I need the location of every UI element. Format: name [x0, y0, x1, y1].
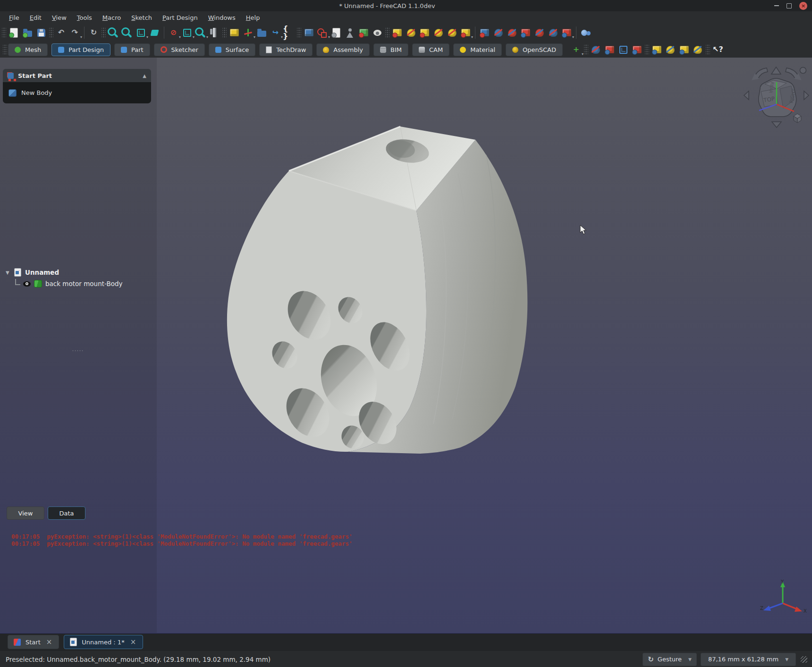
visibility-eye-icon[interactable]	[23, 281, 31, 287]
model-back-motor-mount[interactable]	[222, 122, 531, 457]
clipping-plane-icon[interactable]: ⊘▾	[167, 26, 180, 39]
boolean-xor-icon[interactable]	[692, 43, 704, 56]
navigation-cube[interactable]: TOP REAR RIGHT	[742, 64, 811, 130]
workbench-tab-openscad[interactable]: OpenSCAD	[506, 43, 563, 56]
collapse-caret-icon[interactable]: ▲	[143, 73, 146, 78]
menu-part-design[interactable]: Part Design	[157, 13, 203, 23]
workbench-tab-label: TechDraw	[276, 46, 306, 53]
close-tab-icon[interactable]: ×	[129, 639, 137, 646]
close-tab-icon[interactable]: ×	[45, 639, 53, 646]
open-document-icon[interactable]	[21, 26, 34, 39]
navigation-style-button[interactable]: ↻ Gesture ▼	[643, 653, 697, 666]
additive-loft-icon[interactable]	[418, 26, 431, 39]
boolean-cut-icon[interactable]	[664, 43, 677, 56]
workbench-tab-cam[interactable]: CAM	[412, 43, 449, 56]
additive-helix-icon[interactable]	[446, 26, 458, 39]
save-document-icon[interactable]	[35, 26, 48, 39]
3d-viewport[interactable]: TOP REAR RIGHT Start Part ▲ Ne	[0, 58, 812, 633]
subtractive-primitive-icon[interactable]: ▾	[560, 26, 573, 39]
document-tab-unnamed-1[interactable]: Unnamed : 1*×	[64, 635, 143, 649]
menu-macro[interactable]: Macro	[97, 13, 126, 23]
hole-icon[interactable]	[492, 26, 505, 39]
datum-surface-icon[interactable]	[357, 26, 370, 39]
macro-braces-icon[interactable]: { }	[283, 26, 296, 39]
additive-pipe-icon[interactable]	[432, 26, 445, 39]
partdesign-workbench-icon	[58, 47, 64, 53]
workbench-tab-part-design[interactable]: Part Design	[51, 43, 110, 56]
minimize-icon[interactable]	[774, 5, 779, 6]
pocket-icon[interactable]	[478, 26, 491, 39]
new-body-button[interactable]: New Body	[21, 89, 52, 96]
pad-icon[interactable]	[391, 26, 404, 39]
draw-style-icon[interactable]: ▾	[135, 26, 147, 39]
tree-row-body[interactable]: back motor mount-Body	[5, 278, 156, 289]
new-document-icon[interactable]	[8, 26, 20, 39]
create-body-icon[interactable]	[303, 26, 315, 39]
validate-sketch-icon[interactable]	[330, 26, 343, 39]
fillet-icon[interactable]	[590, 43, 602, 56]
toolbar-grip	[222, 27, 227, 38]
workbench-tab-sketcher[interactable]: Sketcher	[154, 43, 205, 56]
rotate-view-icon[interactable]: ▾	[195, 26, 207, 39]
panel-splitter-handle[interactable]	[72, 350, 84, 352]
workbench-tab-part[interactable]: Part	[114, 43, 150, 56]
revolution-icon[interactable]	[405, 26, 417, 39]
menu-windows[interactable]: Windows	[203, 13, 241, 23]
menu-view[interactable]: View	[47, 13, 72, 23]
workbench-tab-bim[interactable]: BIM	[373, 43, 408, 56]
fit-all-icon[interactable]	[107, 26, 120, 39]
tab-view[interactable]: View	[7, 507, 44, 520]
workbench-tab-techdraw[interactable]: TechDraw	[259, 43, 313, 56]
view-dimensions-button[interactable]: 87,16 mm x 61,28 mm ▼	[701, 653, 796, 666]
expander-caret-icon[interactable]: ▼	[6, 270, 12, 275]
undo-icon[interactable]: ↶	[55, 26, 68, 39]
subtractive-loft-icon[interactable]	[533, 26, 546, 39]
view-cube-icon[interactable]: ▾	[181, 26, 194, 39]
toolbar-grip	[3, 44, 7, 55]
subtractive-pipe-icon[interactable]	[519, 26, 532, 39]
group-folder-icon[interactable]	[255, 26, 268, 39]
techdraw-workbench-icon	[266, 46, 272, 53]
tree-row-document[interactable]: ▼ Unnamed	[5, 267, 156, 278]
draft-icon[interactable]	[617, 43, 630, 56]
menu-tools[interactable]: Tools	[72, 13, 97, 23]
refresh-icon[interactable]: ↻	[87, 26, 100, 39]
body-icon	[34, 280, 42, 287]
shapebinder-sheep-icon[interactable]	[371, 26, 384, 39]
create-sketch-icon[interactable]: ▾	[316, 26, 329, 39]
menu-help[interactable]: Help	[241, 13, 265, 23]
sync-view-icon[interactable]	[148, 26, 161, 39]
document-tab-start[interactable]: Start×	[8, 635, 59, 649]
title-bar: * Unnamed - FreeCAD 1.1.0dev ×	[0, 0, 812, 11]
maximize-icon[interactable]	[787, 3, 792, 8]
close-window-icon[interactable]: ×	[799, 2, 807, 10]
export-icon[interactable]: ↪▾	[269, 26, 282, 39]
whats-this-icon[interactable]: ↖?	[711, 43, 724, 56]
boolean-union-icon[interactable]	[651, 43, 663, 56]
surface-workbench-icon	[215, 47, 221, 53]
menu-edit[interactable]: Edit	[25, 13, 47, 23]
placement-axis-icon[interactable]: ▾	[242, 26, 254, 39]
chamfer-icon[interactable]	[603, 43, 616, 56]
thickness-icon[interactable]	[631, 43, 643, 56]
tab-data[interactable]: Data	[48, 507, 85, 520]
task-panel-header[interactable]: Start Part ▲	[3, 69, 151, 82]
resize-grip[interactable]	[801, 656, 807, 663]
part-box-icon[interactable]	[228, 26, 241, 39]
redo-icon[interactable]: ↷▾	[68, 26, 81, 39]
workbench-tab-mesh[interactable]: Mesh	[8, 43, 48, 56]
additive-primitive-icon[interactable]: ▾	[459, 26, 472, 39]
mannequin-icon[interactable]	[344, 26, 356, 39]
zoom-selection-icon[interactable]	[121, 26, 134, 39]
workbench-tab-surface[interactable]: Surface	[209, 43, 256, 56]
menu-file[interactable]: File	[4, 13, 25, 23]
menu-sketch[interactable]: Sketch	[126, 13, 157, 23]
groove-icon[interactable]	[506, 26, 518, 39]
measure-icon[interactable]	[208, 26, 221, 39]
add-workbench-icon[interactable]: +▾	[570, 43, 583, 56]
workbench-tab-material[interactable]: Material	[453, 43, 502, 56]
subtractive-helix-icon[interactable]	[547, 26, 559, 39]
boolean-intersect-icon[interactable]	[678, 43, 691, 56]
boolean-operation-icon[interactable]	[579, 26, 592, 39]
workbench-tab-assembly[interactable]: Assembly	[316, 43, 370, 56]
